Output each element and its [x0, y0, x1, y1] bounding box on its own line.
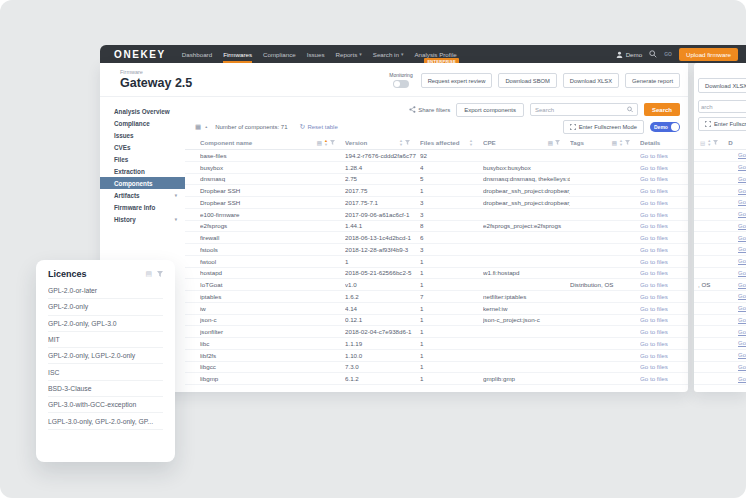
column-menu-icon[interactable]: ▤ [700, 140, 705, 146]
sidebar-item-issues[interactable]: Issues [100, 129, 185, 141]
go-to-files-link[interactable]: Go to files [738, 352, 746, 358]
table-row[interactable]: e2fsprogs 1.44.1 8 e2fsprogs_project:e2f… [185, 221, 688, 233]
table-row[interactable]: dnsmasq 2.75 5 dnsmasq:dnsmasq, thekelle… [185, 174, 688, 186]
go-to-files-link[interactable]: Go to files [640, 175, 688, 182]
column-menu-icon[interactable]: ▤ [317, 140, 322, 146]
go-to-files-link[interactable]: Go to files [640, 246, 688, 253]
go-to-files-link[interactable]: Go to files [640, 316, 688, 323]
go-to-files-link[interactable]: Go to files [738, 258, 746, 264]
go-to-files-link[interactable]: Go to files [738, 282, 746, 288]
filter-icon[interactable] [713, 140, 718, 145]
filter-icon[interactable] [157, 271, 163, 277]
filter-icon[interactable] [330, 140, 335, 145]
upload-firmware-button[interactable]: Upload firmware [679, 48, 738, 61]
nav-compliance[interactable]: Compliance [263, 45, 296, 63]
go-to-files-link[interactable]: Go to files [738, 176, 746, 182]
sidebar-item-analysis-overview[interactable]: Analysis Overview [100, 105, 185, 117]
go-to-files-link[interactable]: Go to files [640, 258, 688, 265]
licence-list-item[interactable]: GPL-2.0-or-later [48, 283, 163, 299]
column-header-details[interactable]: Details [640, 139, 688, 146]
go-to-files-link[interactable]: Go to files [738, 270, 746, 276]
table-row[interactable]: e100-firmware 2017-09-06-a61ac6cf-1 3 Go… [185, 209, 688, 221]
go-to-files-link[interactable]: Go to files [738, 293, 746, 299]
go-to-files-link[interactable]: Go to files [738, 305, 746, 311]
go-to-files-link[interactable]: Go to files [738, 188, 746, 194]
nav-firmwares[interactable]: Firmwares [223, 45, 252, 63]
licence-list-item[interactable]: MIT [48, 332, 163, 348]
go-to-files-link[interactable]: Go to files [640, 328, 688, 335]
table-row[interactable]: Dropbear SSH 2017.75-7.1 3 dropbear_ssh_… [185, 197, 688, 209]
reset-table-button[interactable]: ↻ Reset table [300, 124, 338, 130]
go-to-files-link[interactable]: Go to files [738, 340, 746, 346]
nav-reports[interactable]: Reports▾ [336, 45, 362, 63]
column-header-tags[interactable]: Tags ▤ ▲▼ [570, 139, 640, 146]
nav-search-in[interactable]: Search in▾ [373, 45, 404, 63]
go-to-files-link[interactable]: Go to files [640, 352, 688, 359]
go-to-files-link[interactable]: Go to files [738, 152, 746, 158]
go-to-files-link[interactable]: Go to files [738, 211, 746, 217]
go-to-files-link[interactable]: Go to files [738, 223, 746, 229]
sidebar-item-artifacts[interactable]: Artifacts▾ [100, 189, 185, 201]
go-to-files-link[interactable]: Go to files [738, 164, 746, 170]
go-to-files-link[interactable]: Go to files [738, 235, 746, 241]
table-row[interactable]: base-files 194.2-r7676-cddd2fa6c77 92 Go… [185, 150, 688, 162]
download-sbom-button[interactable]: Download SBOM [498, 73, 556, 88]
filter-icon[interactable] [405, 140, 410, 145]
sidebar-item-firmware-info[interactable]: Firmware Info [100, 201, 185, 213]
table-row[interactable]: json-c 0.12.1 1 json-c_project:json-c Go… [185, 315, 688, 327]
go-to-files-link[interactable]: Go to files [738, 364, 746, 370]
column-header-version[interactable]: Version ▲▼ [345, 139, 420, 146]
go-to-files-link[interactable]: Go to files [640, 152, 688, 159]
go-to-files-link[interactable]: Go to files [640, 375, 688, 382]
download-xlsx-button[interactable]: Download XLSX [698, 78, 746, 93]
go-to-files-link[interactable]: Go to files [640, 305, 688, 312]
sort-icon[interactable]: ▲▼ [324, 139, 328, 145]
licence-list-item[interactable]: LGPL-3.0-only, GPL-2.0-only, GP... [48, 413, 163, 429]
column-menu-icon[interactable]: ▤ [145, 270, 152, 278]
go-to-files-link[interactable]: Go to files [640, 222, 688, 229]
download-xlsx-button[interactable]: Download XLSX [563, 73, 619, 88]
go-to-files-link[interactable]: Go to files [738, 246, 746, 252]
go-to-files-link[interactable]: Go to files [640, 281, 688, 288]
licence-list-item[interactable]: GPL-2.0-only, LGPL-2.0-only [48, 348, 163, 364]
go-to-files-link[interactable]: Go to files [640, 363, 688, 370]
sidebar-item-history[interactable]: History▾ [100, 213, 185, 225]
search-button[interactable]: Search [644, 103, 680, 116]
generate-report-button[interactable]: Generate report [625, 73, 680, 88]
table-row[interactable]: hostapd 2018-05-21-62566bc2-5 1 w1.fi:ho… [185, 268, 688, 280]
table-row[interactable]: libgmp 6.1.2 1 gmplib:gmp Go to files [185, 373, 688, 385]
export-components-button[interactable]: Export components [456, 103, 524, 117]
licence-list-item[interactable]: GPL-3.0-with-GCC-exception [48, 397, 163, 413]
sidebar-item-cves[interactable]: CVEs [100, 141, 185, 153]
go-to-files-link[interactable]: Go to files [640, 199, 688, 206]
column-header-cpe[interactable]: CPE ▤ [483, 139, 570, 146]
filter-icon[interactable] [555, 140, 560, 145]
table-row[interactable]: iptables 1.6.2 7 netfilter:iptables Go t… [185, 291, 688, 303]
search-icon[interactable] [649, 50, 657, 58]
sidebar-item-extraction[interactable]: Extraction [100, 165, 185, 177]
table-row[interactable]: jsonfilter 2018-02-04-c7e938d6-1 1 Go to… [185, 326, 688, 338]
go-to-files-link[interactable]: Go to files [640, 164, 688, 171]
go-to-files-link[interactable]: Go to files [640, 293, 688, 300]
demo-toggle[interactable]: Demo [650, 122, 680, 132]
go-to-files-link[interactable]: Go to files [640, 340, 688, 347]
table-row[interactable]: libc 1.1.19 1 Go to files [185, 338, 688, 350]
table-row[interactable]: Dropbear SSH 2017.75 1 dropbear_ssh_proj… [185, 185, 688, 197]
monitoring-toggle[interactable] [393, 80, 409, 88]
go-to-files-link[interactable]: Go to files [640, 234, 688, 241]
column-menu-icon[interactable]: ▤ [548, 140, 553, 146]
nav-analysis-profile[interactable]: Analysis Profile ENTERPRISE [414, 45, 456, 63]
sort-icon[interactable]: ▲▼ [619, 139, 623, 145]
sidebar-item-components[interactable]: Components [100, 177, 185, 189]
licence-list-item[interactable]: ISC [48, 364, 163, 380]
go-to-files-link[interactable]: Go to files [640, 211, 688, 218]
licence-list-item[interactable]: GPL-2.0-only, GPL-3.0 [48, 316, 163, 332]
go-to-files-link[interactable]: Go to files [738, 199, 746, 205]
enter-fullscreen-button[interactable]: Enter Fullscreen Mode [563, 120, 644, 134]
request-expert-review-button[interactable]: Request expert review [421, 73, 493, 88]
table-row[interactable]: fstools 2018-12-28-af93f4b9-3 3 Go to fi… [185, 244, 688, 256]
go-to-files-link[interactable]: Go to files [738, 317, 746, 323]
user-menu[interactable]: Demo [616, 51, 643, 58]
table-row[interactable]: IoTGoat v1.0 1 Distribution, OS Go to fi… [185, 279, 688, 291]
column-settings-icon[interactable]: ▦ [195, 123, 201, 131]
